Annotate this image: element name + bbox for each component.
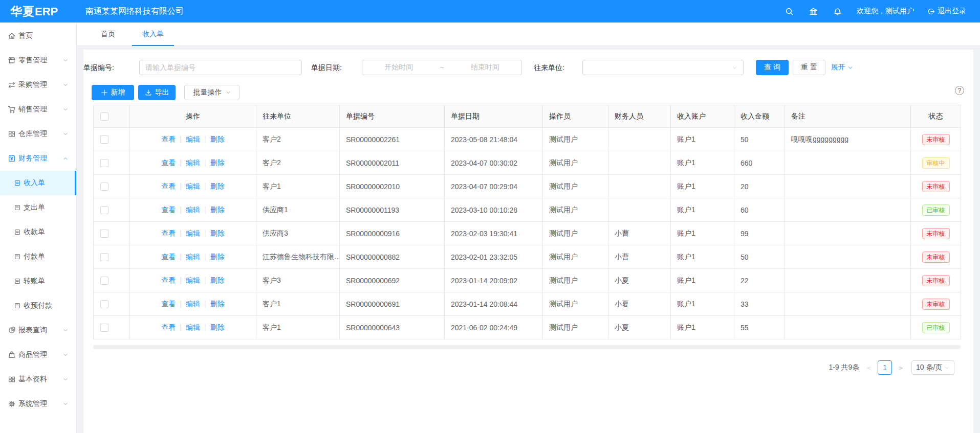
tab-home[interactable]: 首页 (91, 22, 125, 45)
sidebar-item-transfer-bill[interactable]: 转账单 (0, 269, 76, 293)
date-start-placeholder: 开始时间 (362, 63, 435, 72)
row-checkbox[interactable] (100, 135, 108, 144)
tab-income-bill[interactable]: 收入单 (132, 22, 174, 45)
welcome-text: 欢迎您，测试用户 (857, 7, 914, 16)
date-range-picker[interactable]: 开始时间 ~ 结束时间 (362, 60, 522, 75)
edit-link[interactable]: 编辑 (186, 206, 200, 214)
row-checkbox[interactable] (100, 230, 108, 238)
sidebar-item-system[interactable]: 系统管理 (0, 392, 76, 416)
prev-page-button[interactable]: < (864, 364, 874, 372)
batch-actions-button[interactable]: 批量操作 (184, 85, 239, 100)
delete-link[interactable]: 删除 (210, 229, 225, 237)
bill-date-label: 单据日期: (311, 60, 342, 75)
bill-number-input[interactable] (139, 60, 302, 75)
chevron-down-icon (63, 328, 68, 333)
delete-link[interactable]: 删除 (210, 276, 225, 284)
horizontal-scrollbar[interactable] (93, 345, 961, 349)
sidebar-item-sales[interactable]: 销售管理 (0, 97, 76, 122)
action-separator: | (204, 135, 206, 143)
delete-link[interactable]: 删除 (210, 135, 225, 143)
view-link[interactable]: 查看 (161, 182, 176, 190)
edit-link[interactable]: 编辑 (186, 158, 200, 167)
row-checkbox[interactable] (100, 300, 108, 308)
edit-link[interactable]: 编辑 (186, 276, 200, 284)
view-link[interactable]: 查看 (161, 300, 176, 308)
edit-link[interactable]: 编辑 (186, 135, 200, 143)
edit-link[interactable]: 编辑 (186, 300, 200, 308)
next-page-button[interactable]: > (896, 364, 905, 372)
operator-cell: 测试用户 (543, 245, 608, 269)
table-row: 查看|编辑|删除客户2SR000000022612023-05-08 21:48… (94, 128, 961, 151)
pagination-total: 1-9 共9条 (829, 363, 859, 372)
delete-link[interactable]: 删除 (210, 300, 225, 308)
sidebar-item-retail[interactable]: 零售管理 (0, 48, 76, 73)
unit-select[interactable] (582, 60, 744, 75)
select-all-checkbox[interactable] (100, 112, 108, 121)
sidebar-item-receipt-bill[interactable]: 收款单 (0, 220, 76, 244)
edit-link[interactable]: 编辑 (186, 182, 200, 190)
sidebar-item-expense-bill[interactable]: 支出单 (0, 195, 76, 220)
app-logo[interactable]: 华夏 ERP (0, 4, 77, 19)
bill-number-cell: SR00000001193 (340, 198, 445, 222)
view-link[interactable]: 查看 (161, 276, 176, 284)
reset-button[interactable]: 重 置 (793, 60, 825, 75)
delete-link[interactable]: 删除 (210, 253, 225, 261)
status-cell: 已审核 (911, 316, 961, 339)
bill-date-cell: 2023-02-01 23:32:05 (445, 245, 543, 269)
view-link[interactable]: 查看 (161, 206, 176, 214)
sidebar-item-finance[interactable]: 财务管理 (0, 146, 76, 171)
view-link[interactable]: 查看 (161, 158, 176, 167)
help-icon[interactable]: ? (955, 86, 964, 95)
column-header: 操作员 (543, 105, 608, 128)
sidebar-item-label: 系统管理 (18, 399, 47, 408)
sidebar-item-home[interactable]: 首页 (0, 24, 76, 48)
action-separator: | (180, 229, 182, 237)
page-size-select[interactable]: 10 条/页 (911, 360, 954, 375)
expand-link[interactable]: 展开 (831, 60, 853, 75)
finance-cell: 小曹 (608, 222, 671, 245)
logout-button[interactable]: 退出登录 (927, 7, 966, 16)
view-link[interactable]: 查看 (161, 253, 176, 261)
row-checkbox[interactable] (100, 183, 108, 191)
delete-link[interactable]: 删除 (210, 158, 225, 167)
bell-icon[interactable] (833, 7, 842, 16)
sidebar-item-warehouse[interactable]: 仓库管理 (0, 122, 76, 146)
amount-cell: 55 (734, 316, 785, 339)
add-button[interactable]: 新增 (92, 85, 134, 100)
sidebar-item-label: 采购管理 (18, 80, 47, 89)
row-checkbox[interactable] (100, 253, 108, 261)
edit-link[interactable]: 编辑 (186, 323, 200, 331)
export-button[interactable]: 导出 (138, 85, 176, 100)
remark-cell (785, 151, 911, 175)
edit-link[interactable]: 编辑 (186, 253, 200, 261)
chevron-down-icon (63, 82, 68, 87)
row-checkbox[interactable] (100, 277, 108, 285)
sidebar-item-purchase[interactable]: 采购管理 (0, 73, 76, 97)
sidebar-item-income-bill[interactable]: 收入单 (0, 171, 76, 195)
view-link[interactable]: 查看 (161, 229, 176, 237)
sidebar-item-advance-bill[interactable]: 收预付款 (0, 293, 76, 318)
bank-icon[interactable] (809, 7, 818, 16)
sidebar-item-basic-data[interactable]: 基本资料 (0, 367, 76, 392)
page-1-button[interactable]: 1 (878, 360, 892, 375)
search-button[interactable]: 查 询 (756, 60, 789, 75)
status-cell: 未审核 (911, 175, 961, 198)
view-link[interactable]: 查看 (161, 323, 176, 331)
row-checkbox[interactable] (100, 159, 108, 167)
row-checkbox[interactable] (100, 324, 108, 332)
cart-icon (8, 105, 16, 113)
date-separator: ~ (435, 63, 449, 72)
sidebar-item-goods[interactable]: 商品管理 (0, 343, 76, 367)
status-badge: 未审核 (922, 181, 950, 192)
sidebar-item-payment-bill[interactable]: 付款单 (0, 244, 76, 269)
delete-link[interactable]: 删除 (210, 182, 225, 190)
delete-link[interactable]: 删除 (210, 206, 225, 214)
view-link[interactable]: 查看 (161, 135, 176, 143)
row-actions-cell: 查看|编辑|删除 (130, 175, 256, 198)
sidebar-item-reports[interactable]: 报表查询 (0, 318, 76, 343)
delete-link[interactable]: 删除 (210, 323, 225, 331)
row-checkbox[interactable] (100, 206, 108, 214)
search-icon[interactable] (785, 7, 794, 16)
edit-link[interactable]: 编辑 (186, 229, 200, 237)
sidebar-item-label: 基本资料 (18, 375, 47, 384)
